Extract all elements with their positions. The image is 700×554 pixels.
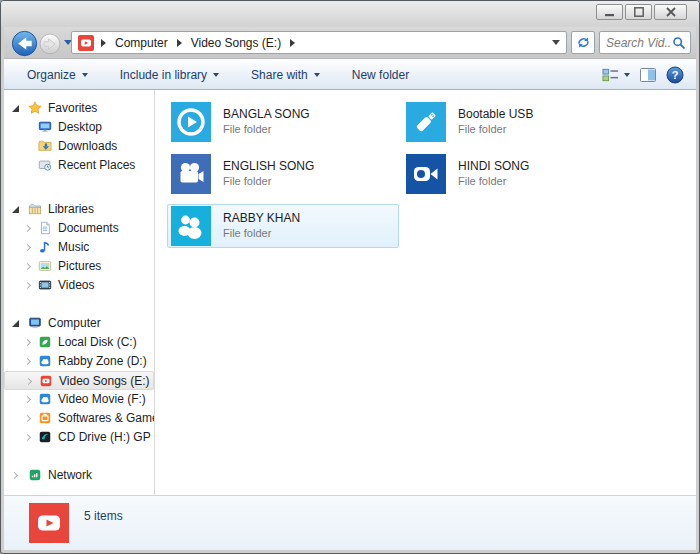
search-input[interactable] xyxy=(604,35,672,51)
folder-hindi-song[interactable]: HINDI SONG File folder xyxy=(402,152,634,196)
chevron-right-icon[interactable] xyxy=(24,396,31,403)
chevron-right-icon[interactable] xyxy=(11,472,18,479)
refresh-button[interactable] xyxy=(571,31,595,54)
sidebar-section-network[interactable]: Network xyxy=(4,466,154,485)
music-icon xyxy=(38,240,52,254)
sidebar-item-video-movie-f[interactable]: Video Movie (F:) xyxy=(4,390,154,409)
pictures-icon xyxy=(38,259,52,273)
chevron-right-icon[interactable] xyxy=(24,415,31,422)
folder-type: File folder xyxy=(223,122,310,137)
sidebar-label: Local Disk (C:) xyxy=(58,335,137,349)
minimize-icon xyxy=(605,8,615,17)
sidebar-section-libraries[interactable]: Libraries xyxy=(4,200,154,219)
sidebar-item-video-songs-e[interactable]: Video Songs (E:) xyxy=(4,371,154,390)
share-with-label: Share with xyxy=(251,68,308,82)
sidebar-item-videos[interactable]: Videos xyxy=(4,276,154,295)
sidebar-label: Pictures xyxy=(58,259,101,273)
chevron-right-icon[interactable] xyxy=(24,339,31,346)
chevron-down-icon xyxy=(213,73,219,77)
sidebar-label: Rabby Zone (D:) xyxy=(58,354,147,368)
views-icon xyxy=(602,68,619,82)
sidebar-item-desktop[interactable]: Desktop xyxy=(4,118,154,137)
breadcrumb-separator-icon xyxy=(177,39,182,47)
include-in-library-button[interactable]: Include in library xyxy=(111,64,228,86)
breadcrumb-computer[interactable]: Computer xyxy=(113,35,170,51)
chevron-right-icon[interactable] xyxy=(24,358,31,365)
change-view-button[interactable] xyxy=(602,68,630,82)
close-icon xyxy=(666,7,676,17)
downloads-icon xyxy=(38,139,52,153)
folder-type: File folder xyxy=(223,226,300,241)
folder-type: File folder xyxy=(458,174,529,189)
sidebar-item-pictures[interactable]: Pictures xyxy=(4,257,154,276)
sidebar-item-local-disk-c[interactable]: Local Disk (C:) xyxy=(4,333,154,352)
sidebar-item-music[interactable]: Music xyxy=(4,238,154,257)
expander-icon[interactable] xyxy=(12,320,19,327)
chevron-right-icon[interactable] xyxy=(24,434,31,441)
sidebar-item-recent-places[interactable]: Recent Places xyxy=(4,156,154,175)
folder-name: RABBY KHAN xyxy=(223,211,300,226)
sidebar-section-computer[interactable]: Computer xyxy=(4,314,154,333)
breadcrumb-video-songs[interactable]: Video Songs (E:) xyxy=(189,35,284,51)
sidebar-section-favorites[interactable]: Favorites xyxy=(4,99,154,118)
sidebar-item-cd-drive-h[interactable]: CD Drive (H:) GP Inte xyxy=(4,428,154,447)
chevron-right-icon[interactable] xyxy=(24,263,31,270)
sidebar-label: Video Movie (F:) xyxy=(58,392,146,406)
folder-type: File folder xyxy=(458,122,533,137)
maximize-button[interactable] xyxy=(625,4,652,20)
sidebar-item-softwares-games[interactable]: Softwares & Games xyxy=(4,409,154,428)
navigation-pane: Favorites Desktop Downloads xyxy=(4,90,154,495)
folder-rabby-khan[interactable]: RABBY KHAN File folder xyxy=(167,204,399,248)
chevron-down-icon xyxy=(624,73,630,77)
folder-english-song[interactable]: ENGLISH SONG File folder xyxy=(167,152,399,196)
sidebar-label: Videos xyxy=(58,278,94,292)
chevron-right-icon[interactable] xyxy=(24,225,31,232)
back-button[interactable] xyxy=(11,30,38,57)
people-icon xyxy=(171,206,211,246)
help-button[interactable]: ? xyxy=(666,66,684,84)
address-dropdown-icon[interactable] xyxy=(552,40,560,45)
chevron-right-icon[interactable] xyxy=(24,244,31,251)
address-bar[interactable]: Computer Video Songs (E:) xyxy=(71,31,567,54)
folder-name: HINDI SONG xyxy=(458,159,529,174)
new-folder-button[interactable]: New folder xyxy=(343,64,418,86)
cloud-drive-icon xyxy=(38,392,52,406)
refresh-icon xyxy=(576,35,591,50)
chevron-down-icon xyxy=(314,73,320,77)
preview-pane-button[interactable] xyxy=(640,68,656,82)
minimize-button[interactable] xyxy=(596,4,623,20)
sidebar-label: Recent Places xyxy=(58,158,135,172)
share-with-button[interactable]: Share with xyxy=(242,64,329,86)
recent-places-icon xyxy=(38,158,52,172)
sidebar-label: Desktop xyxy=(58,120,102,134)
sidebar-item-downloads[interactable]: Downloads xyxy=(4,137,154,156)
folder-bootable-usb[interactable]: Bootable USB File folder xyxy=(402,100,634,144)
sidebar-label: Video Songs (E:) xyxy=(59,374,150,388)
folder-name: Bootable USB xyxy=(458,107,533,122)
sidebar-label: Softwares & Games xyxy=(58,411,154,425)
chevron-down-icon xyxy=(82,73,88,77)
preview-pane-icon xyxy=(640,68,656,82)
forward-button[interactable] xyxy=(39,33,61,55)
organize-button[interactable]: Organize xyxy=(18,64,97,86)
explorer-window: Computer Video Songs (E:) xyxy=(0,0,700,554)
expander-icon[interactable] xyxy=(12,206,19,213)
expander-icon[interactable] xyxy=(12,105,19,112)
search-icon[interactable] xyxy=(672,36,686,50)
sidebar-item-rabby-zone-d[interactable]: Rabby Zone (D:) xyxy=(4,352,154,371)
explorer-body: Favorites Desktop Downloads xyxy=(4,90,696,495)
chevron-right-icon[interactable] xyxy=(24,282,31,289)
sidebar-item-documents[interactable]: Documents xyxy=(4,219,154,238)
play-circle-icon xyxy=(171,102,211,142)
camcorder-icon xyxy=(406,154,446,194)
folder-name: ENGLISH SONG xyxy=(223,159,314,174)
sidebar-label: Music xyxy=(58,240,89,254)
file-list-pane: BANGLA SONG File folder xyxy=(155,90,696,495)
items-count: 5 items xyxy=(84,509,123,523)
folder-bangla-song[interactable]: BANGLA SONG File folder xyxy=(167,100,399,144)
cd-drive-icon xyxy=(38,430,52,444)
chevron-right-icon[interactable] xyxy=(25,378,32,385)
favorites-star-icon xyxy=(28,101,42,115)
close-button[interactable] xyxy=(654,4,687,20)
search-box xyxy=(599,31,691,54)
